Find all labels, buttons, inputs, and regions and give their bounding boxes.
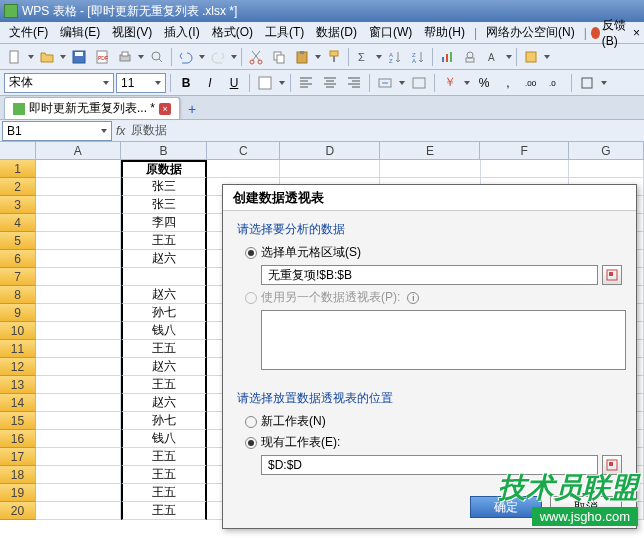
cell[interactable]: 王五: [121, 466, 208, 484]
cell[interactable]: 钱八: [121, 322, 208, 340]
more-button[interactable]: [520, 46, 542, 68]
cell[interactable]: 赵六: [121, 394, 208, 412]
row-header[interactable]: 16: [0, 430, 36, 448]
cell[interactable]: [36, 502, 121, 520]
cell[interactable]: 孙七: [121, 304, 208, 322]
border-button[interactable]: [576, 72, 598, 94]
new-button[interactable]: [4, 46, 26, 68]
increase-decimal-button[interactable]: .00: [521, 72, 543, 94]
fx-button[interactable]: fx: [116, 124, 125, 138]
select-all-corner[interactable]: [0, 142, 36, 160]
cell[interactable]: 张三: [121, 178, 208, 196]
menu-help[interactable]: 帮助(H): [419, 22, 470, 43]
close-tab-button[interactable]: ×: [159, 103, 171, 115]
name-box[interactable]: B1: [2, 121, 112, 141]
cell[interactable]: [36, 214, 121, 232]
cell[interactable]: 王五: [121, 232, 208, 250]
textbox-button[interactable]: A: [482, 46, 504, 68]
row-header[interactable]: 18: [0, 466, 36, 484]
italic-button[interactable]: I: [199, 72, 221, 94]
sort-desc-button[interactable]: ZA: [407, 46, 429, 68]
row-header[interactable]: 4: [0, 214, 36, 232]
redo-button[interactable]: [207, 46, 229, 68]
align-right-button[interactable]: [343, 72, 365, 94]
font-size-selector[interactable]: 11: [116, 73, 166, 93]
add-tab-button[interactable]: +: [182, 99, 202, 119]
cell[interactable]: 王五: [121, 502, 208, 520]
cell[interactable]: [481, 160, 569, 178]
align-left-button[interactable]: [295, 72, 317, 94]
cell[interactable]: [36, 322, 121, 340]
formula-input[interactable]: 原数据: [125, 122, 644, 139]
cell[interactable]: [569, 160, 644, 178]
cell[interactable]: [36, 268, 121, 286]
cell[interactable]: 孙七: [121, 412, 208, 430]
col-header-F[interactable]: F: [480, 142, 569, 160]
row-header[interactable]: 6: [0, 250, 36, 268]
font-selector[interactable]: 宋体: [4, 73, 114, 93]
cell[interactable]: [36, 340, 121, 358]
pdf-button[interactable]: PDF: [91, 46, 113, 68]
comma-button[interactable]: ,: [497, 72, 519, 94]
col-header-D[interactable]: D: [280, 142, 380, 160]
row-header[interactable]: 7: [0, 268, 36, 286]
cell[interactable]: [207, 160, 280, 178]
row-header[interactable]: 2: [0, 178, 36, 196]
col-header-E[interactable]: E: [380, 142, 480, 160]
cell[interactable]: 张三: [121, 196, 208, 214]
format-painter-button[interactable]: [323, 46, 345, 68]
cell[interactable]: [36, 196, 121, 214]
menu-edit[interactable]: 编辑(E): [55, 22, 105, 43]
radio-existing-sheet[interactable]: 现有工作表(E):: [245, 434, 622, 451]
row-header[interactable]: 19: [0, 484, 36, 502]
open-dropdown[interactable]: [59, 55, 67, 59]
row-header[interactable]: 9: [0, 304, 36, 322]
sort-asc-button[interactable]: AZ: [384, 46, 406, 68]
menu-network[interactable]: 网络办公空间(N): [481, 22, 580, 43]
chart-button[interactable]: [436, 46, 458, 68]
row-header[interactable]: 3: [0, 196, 36, 214]
col-header-B[interactable]: B: [121, 142, 208, 160]
bold-button[interactable]: B: [175, 72, 197, 94]
cell[interactable]: 原数据: [121, 160, 208, 178]
cell[interactable]: [121, 268, 208, 286]
cell[interactable]: [36, 376, 121, 394]
row-header[interactable]: 14: [0, 394, 36, 412]
paste-button[interactable]: [291, 46, 313, 68]
open-button[interactable]: [36, 46, 58, 68]
cell[interactable]: 赵六: [121, 250, 208, 268]
row-header[interactable]: 12: [0, 358, 36, 376]
cell[interactable]: [36, 394, 121, 412]
copy-button[interactable]: [268, 46, 290, 68]
merge-button[interactable]: [374, 72, 396, 94]
cell[interactable]: [36, 430, 121, 448]
row-header[interactable]: 20: [0, 502, 36, 520]
col-header-G[interactable]: G: [569, 142, 644, 160]
cell[interactable]: [36, 412, 121, 430]
row-header[interactable]: 5: [0, 232, 36, 250]
radio-select-range[interactable]: 选择单元格区域(S): [245, 244, 622, 261]
cell[interactable]: 王五: [121, 448, 208, 466]
col-header-A[interactable]: A: [36, 142, 121, 160]
range-input[interactable]: 无重复项!$B:$B: [261, 265, 598, 285]
menu-feedback[interactable]: 反馈(B) ×: [591, 17, 640, 48]
menu-view[interactable]: 视图(V): [107, 22, 157, 43]
document-tab[interactable]: 即时更新无重复列表... * ×: [4, 97, 180, 119]
menu-insert[interactable]: 插入(I): [159, 22, 204, 43]
cell[interactable]: [36, 304, 121, 322]
undo-button[interactable]: [175, 46, 197, 68]
cut-button[interactable]: [245, 46, 267, 68]
percent-button[interactable]: %: [473, 72, 495, 94]
underline-button[interactable]: U: [223, 72, 245, 94]
col-header-C[interactable]: C: [207, 142, 280, 160]
cell[interactable]: [36, 250, 121, 268]
row-header[interactable]: 1: [0, 160, 36, 178]
cell[interactable]: [36, 160, 121, 178]
new-dropdown[interactable]: [27, 55, 35, 59]
row-header[interactable]: 13: [0, 376, 36, 394]
radio-new-sheet[interactable]: 新工作表(N): [245, 413, 622, 430]
cell[interactable]: 赵六: [121, 358, 208, 376]
sum-button[interactable]: Σ: [352, 46, 374, 68]
currency-button[interactable]: ￥: [439, 72, 461, 94]
cell[interactable]: [380, 160, 480, 178]
